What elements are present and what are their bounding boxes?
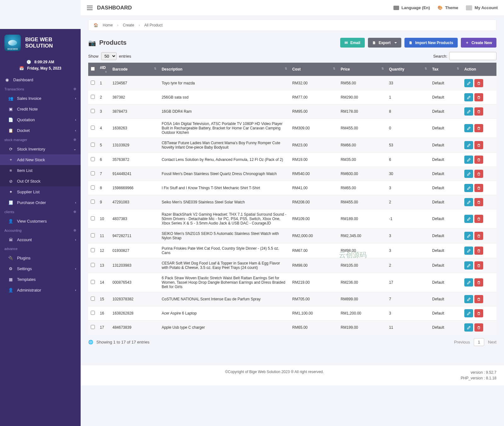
delete-button[interactable]: [474, 247, 483, 255]
row-checkbox[interactable]: [91, 109, 95, 113]
nav-sales-invoice[interactable]: 👥 Sales Invoice ‹: [0, 93, 81, 104]
paginate-next[interactable]: Next: [488, 340, 496, 344]
delete-button[interactable]: [474, 215, 483, 223]
row-checkbox[interactable]: [91, 280, 95, 284]
edit-button[interactable]: [464, 232, 473, 240]
table-row: 3387847316GB DDR4 RamRM95.00RM178.008Def…: [88, 105, 496, 119]
nav-stock-inventory[interactable]: ⟳ Stock Inventory ⌄: [0, 144, 81, 154]
nav-settings[interactable]: ⚙ Settings ‹: [0, 263, 81, 274]
edit-button[interactable]: [464, 79, 473, 87]
delete-button[interactable]: [474, 124, 483, 132]
row-checkbox[interactable]: [91, 263, 95, 267]
edit-button[interactable]: [464, 184, 473, 192]
nav-item-list[interactable]: ≡ Item List: [0, 165, 81, 176]
nav-administrator[interactable]: 👤 Administrator ‹: [0, 285, 81, 295]
col-barcode[interactable]: Barcode⇅: [110, 63, 159, 76]
row-checkbox[interactable]: [91, 157, 95, 161]
delete-button[interactable]: [474, 170, 483, 178]
delete-button[interactable]: [474, 93, 483, 101]
chevron-left-icon: ‹: [75, 201, 76, 204]
nav-out-of-stock[interactable]: ⊘ Out Of Stock: [0, 176, 81, 186]
create-new-button[interactable]: ＋ Create New: [461, 38, 496, 48]
cell-tax: Default: [430, 119, 462, 138]
import-button[interactable]: 🗎 Import New Products: [404, 38, 458, 48]
select-all-checkbox[interactable]: [91, 67, 95, 71]
breadcrumb-create[interactable]: Create: [123, 23, 134, 27]
row-checkbox[interactable]: [91, 311, 95, 315]
nav-view-customers[interactable]: 👤 View Customers: [0, 216, 81, 226]
nav-plugins[interactable]: 🔌 Plugins: [0, 253, 81, 263]
nav-supplier-list[interactable]: ✦ Supplier List: [0, 186, 81, 197]
nav-label: Add New Stock: [17, 157, 45, 162]
row-checkbox[interactable]: [91, 325, 95, 329]
brand[interactable]: BIGE WEB SOLUTION: [0, 29, 81, 57]
row-checkbox[interactable]: [91, 81, 95, 85]
col-tax[interactable]: Tax⇅: [430, 63, 462, 76]
nav-templates[interactable]: ▦ Templates: [0, 274, 81, 285]
delete-button[interactable]: [474, 278, 483, 287]
edit-button[interactable]: [464, 93, 473, 101]
row-checkbox[interactable]: [91, 95, 95, 99]
edit-button[interactable]: [464, 215, 473, 223]
row-checkbox[interactable]: [91, 200, 95, 204]
camera-icon: 📷: [88, 39, 96, 47]
col-id[interactable]: #ID▲: [97, 63, 110, 76]
delete-button[interactable]: [474, 184, 483, 192]
row-checkbox[interactable]: [91, 126, 95, 130]
col-cost[interactable]: Cost⇅: [290, 63, 338, 76]
col-check: [88, 63, 97, 76]
export-button[interactable]: 🗎 Export: [368, 38, 401, 48]
row-checkbox[interactable]: [91, 297, 95, 301]
edit-button[interactable]: [464, 261, 473, 270]
delete-button[interactable]: [474, 232, 483, 240]
col-price[interactable]: Price⇅: [338, 63, 387, 76]
delete-button[interactable]: [474, 261, 483, 270]
delete-button[interactable]: [474, 156, 483, 164]
edit-button[interactable]: [464, 295, 473, 303]
edit-button[interactable]: [464, 141, 473, 149]
edit-button[interactable]: [464, 278, 473, 287]
paginate-page-1[interactable]: 1: [474, 338, 484, 346]
edit-button[interactable]: [464, 170, 473, 178]
entries-select[interactable]: 50: [101, 52, 117, 60]
nav-credit-note[interactable]: ▣ Credit Note: [0, 104, 81, 114]
row-checkbox[interactable]: [91, 248, 95, 252]
search-input[interactable]: [449, 52, 496, 60]
nav-docket[interactable]: 📋 Docket ‹: [0, 125, 81, 136]
nav-add-new-stock[interactable]: ＋ Add New Stock: [0, 154, 81, 165]
theme-button[interactable]: 🎨 Theme: [438, 5, 458, 10]
row-checkbox[interactable]: [91, 185, 95, 190]
cell-barcode: 35763872: [110, 153, 159, 167]
language-button[interactable]: Language (En): [393, 5, 430, 10]
delete-button[interactable]: [474, 309, 483, 317]
email-button[interactable]: ✉ Email: [340, 38, 365, 48]
edit-button[interactable]: [464, 309, 473, 317]
my-account-button[interactable]: My Account: [466, 5, 498, 10]
delete-button[interactable]: [474, 323, 483, 332]
nav-purchase-order[interactable]: 🧾 Purchase Order ‹: [0, 197, 81, 208]
edit-button[interactable]: [464, 124, 473, 132]
edit-button[interactable]: [464, 156, 473, 164]
nav-quotation[interactable]: 📄 Quotation ‹: [0, 114, 81, 125]
delete-button[interactable]: [474, 295, 483, 303]
chevron-left-icon: ‹: [75, 288, 76, 292]
breadcrumb-home[interactable]: Home: [103, 23, 113, 27]
row-checkbox[interactable]: [91, 233, 95, 237]
edit-button[interactable]: [464, 107, 473, 116]
delete-button[interactable]: [474, 198, 483, 206]
nav-dashboard[interactable]: ◉ Dashboard: [0, 74, 81, 85]
nav-account[interactable]: 🏛 Account ‹: [0, 234, 81, 245]
delete-button[interactable]: [474, 79, 483, 87]
delete-button[interactable]: [474, 107, 483, 116]
menu-toggle[interactable]: [87, 6, 93, 10]
delete-button[interactable]: [474, 141, 483, 149]
edit-button[interactable]: [464, 247, 473, 255]
row-checkbox[interactable]: [91, 216, 95, 220]
row-checkbox[interactable]: [91, 171, 95, 175]
col-description[interactable]: Description⇅: [159, 63, 290, 76]
paginate-previous[interactable]: Previous: [454, 340, 470, 344]
row-checkbox[interactable]: [91, 143, 95, 147]
col-quantity[interactable]: Quantity⇅: [387, 63, 430, 76]
edit-button[interactable]: [464, 198, 473, 206]
edit-button[interactable]: [464, 323, 473, 332]
